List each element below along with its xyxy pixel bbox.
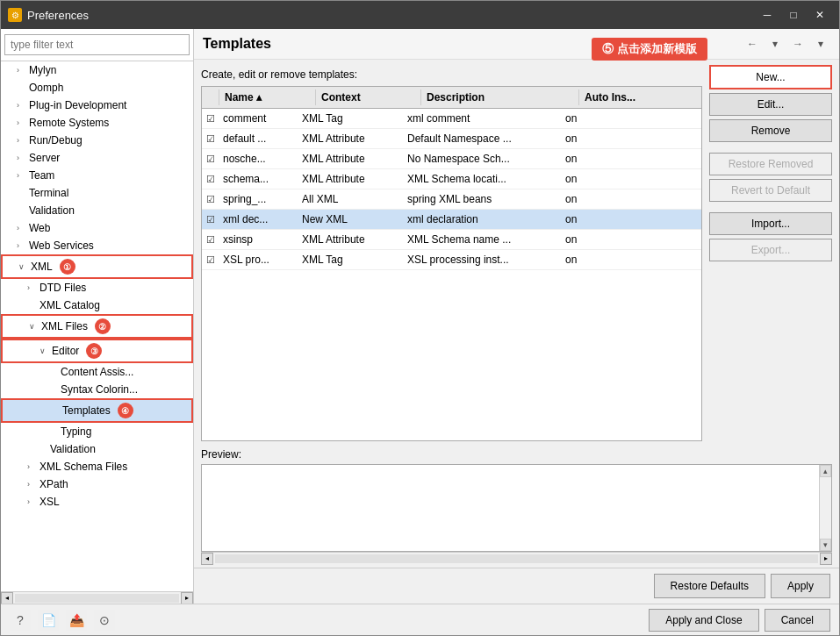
table-row[interactable]: ☑ xsinsp XML Attribute XML Schema name .… [202,230,701,250]
sidebar-item-remote-systems[interactable]: › Remote Systems [1,114,193,132]
sidebar-item-xml-schema-files[interactable]: › XML Schema Files [1,458,193,475]
td-description: XSL processing inst... [404,252,562,268]
cancel-button[interactable]: Cancel [765,609,830,632]
sidebar-item-xml[interactable]: ∨ XML ① [1,254,193,279]
sidebar-item-editor[interactable]: ∨ Editor ③ [1,339,193,363]
th-name: Name ▴ [219,89,316,105]
sidebar-item-run-debug[interactable]: › Run/Debug [1,132,193,149]
revert-to-default-button[interactable]: Revert to Default [709,179,832,202]
sidebar-item-label: XML Files [41,320,88,332]
search-input[interactable] [4,34,190,55]
help-button[interactable]: ? [10,610,31,631]
scroll-left-button[interactable]: ◂ [1,592,13,604]
sidebar-item-label: Plug-in Development [29,99,126,111]
close-button[interactable]: ✕ [808,6,832,24]
export-settings-button[interactable]: 📄 [38,610,59,631]
scroll-up-arrow[interactable]: ▴ [820,465,831,477]
sidebar-item-label: XML [31,261,53,273]
td-auto: on [562,191,606,207]
new-button[interactable]: New... [709,65,832,89]
td-auto: on [562,111,606,126]
restore-defaults-button[interactable]: Restore Defaults [654,574,765,598]
sidebar-item-plugin-dev[interactable]: › Plug-in Development [1,96,193,114]
import-button[interactable]: Import... [709,212,832,235]
sidebar-item-templates[interactable]: Templates ④ [1,398,193,423]
back-button[interactable]: ← [743,34,762,54]
sidebar-item-mylyn[interactable]: › Mylyn [1,61,193,79]
chevron-right-icon: › [17,171,25,180]
bottom-buttons: Restore Defaults Apply [194,568,839,604]
sidebar-item-terminal[interactable]: Terminal [1,184,193,202]
table-row[interactable]: ☑ schema... XML Attribute XML Schema loc… [202,169,701,189]
td-check: ☑ [202,151,219,167]
maximize-button[interactable]: □ [781,6,806,24]
annotation-4: ④ [118,403,133,418]
td-description: XML Schema locati... [404,171,562,187]
scroll-left-btn[interactable]: ◂ [201,553,213,565]
sidebar-item-validation-xml[interactable]: Validation [1,440,193,458]
chevron-down-icon: ∨ [18,262,27,271]
sidebar-item-server[interactable]: › Server [1,149,193,167]
sidebar-item-label: XPath [39,478,68,490]
horizontal-scrollbar[interactable]: ◂ ▸ [1,591,193,604]
sidebar-item-syntax-coloring[interactable]: Syntax Colorin... [1,381,193,398]
sidebar-item-xml-catalog[interactable]: XML Catalog [1,297,193,314]
table-row[interactable]: ☑ spring_... All XML spring XML beans on [202,189,701,210]
td-check: ☑ [202,252,219,268]
scroll-right-btn[interactable]: ▸ [820,553,832,565]
annotation-1: ① [60,259,75,275]
scroll-track-v[interactable] [820,477,831,539]
sidebar-item-team[interactable]: › Team [1,167,193,184]
sidebar-item-label: Web Services [29,239,94,252]
scroll-down-arrow[interactable]: ▾ [820,539,831,551]
chevron-right-icon: › [17,66,25,75]
templates-section: Create, edit or remove templates: Name ▴… [194,60,839,445]
window-controls: ─ □ ✕ [755,6,832,24]
restore-removed-button[interactable]: Restore Removed [709,153,832,175]
sidebar-item-validation-top[interactable]: Validation [1,202,193,219]
apply-button[interactable]: Apply [771,574,830,598]
apply-and-close-button[interactable]: Apply and Close [649,609,758,632]
remove-button[interactable]: Remove [709,119,832,142]
sidebar-item-typing[interactable]: Typing [1,423,193,440]
sidebar-item-content-assist[interactable]: Content Assis... [1,363,193,381]
td-description: Default Namespace ... [404,131,562,146]
scroll-track[interactable] [15,594,179,603]
sidebar-item-xpath[interactable]: › XPath [1,475,193,493]
preview-vertical-scrollbar[interactable]: ▴ ▾ [819,465,831,551]
preview-horizontal-scrollbar[interactable]: ◂ ▸ [201,552,832,564]
td-name: nosche... [219,151,298,167]
sidebar-item-oomph[interactable]: Oomph [1,79,193,96]
scroll-track-h[interactable] [215,554,818,563]
td-name: comment [219,111,298,126]
table-row[interactable]: ☑ default ... XML Attribute Default Name… [202,129,701,149]
table-row[interactable]: ☑ nosche... XML Attribute No Namespace S… [202,149,701,169]
td-context: XML Attribute [298,171,404,187]
preferences-button[interactable]: ⊙ [94,610,115,631]
sidebar-item-xml-files[interactable]: ∨ XML Files ② [1,314,193,339]
sidebar-item-dtd-files[interactable]: › DTD Files [1,279,193,297]
right-header: Templates ← ▾ → ▾ [194,29,839,60]
th-context: Context [316,89,421,105]
table-header: Name ▴ Context Description Auto Ins... [202,87,701,109]
td-name: schema... [219,171,298,187]
preview-label: Preview: [201,448,832,464]
sidebar-item-label: Mylyn [29,64,56,76]
table-row[interactable]: ☑ xml dec... New XML xml declaration on [202,210,701,230]
td-auto: on [562,211,606,227]
table-row[interactable]: ☑ comment XML Tag xml comment on [202,109,701,129]
forward-dropdown-button[interactable]: ▾ [811,34,830,54]
minimize-button[interactable]: ─ [755,6,779,24]
export-button[interactable]: Export... [709,239,832,261]
back-dropdown-button[interactable]: ▾ [765,34,785,54]
scroll-right-button[interactable]: ▸ [181,592,193,604]
forward-button[interactable]: → [788,34,808,54]
chevron-down-icon: ∨ [29,322,38,331]
sidebar-item-xsl[interactable]: › XSL [1,493,193,511]
table-row[interactable]: ☑ XSL pro... XML Tag XSL processing inst… [202,250,701,270]
left-panel: › Mylyn Oomph › Plug-in Development › Re… [1,29,194,604]
import-settings-button[interactable]: 📤 [66,610,87,631]
sidebar-item-web-services[interactable]: › Web Services [1,237,193,254]
edit-button[interactable]: Edit... [709,93,832,116]
sidebar-item-web[interactable]: › Web [1,219,193,237]
